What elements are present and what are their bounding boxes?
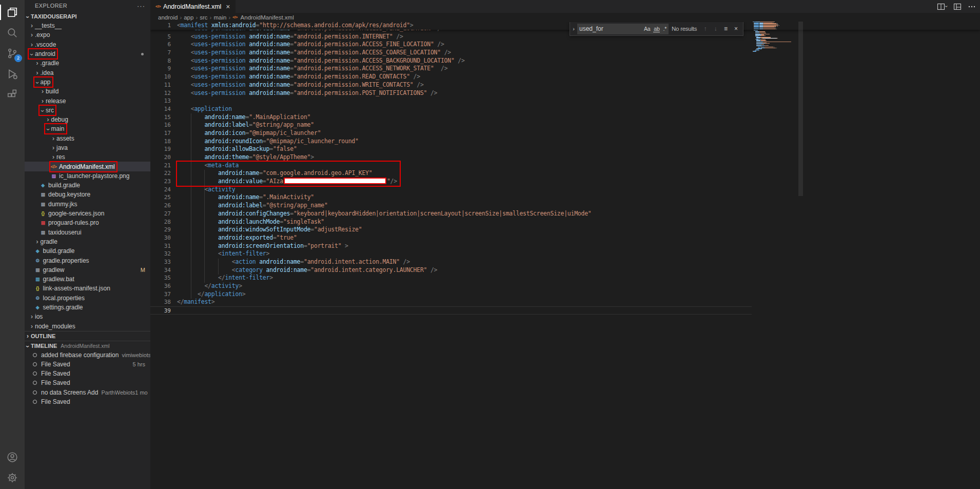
tree-folder-android[interactable]: ›android [25, 49, 150, 58]
timeline-item[interactable]: File Saved5 hrs [25, 360, 150, 369]
tree-folder-build[interactable]: ›build [25, 87, 150, 96]
code-line-37[interactable]: 37 </application> [150, 290, 752, 299]
tree-file-dummy.jks[interactable]: ▤dummy.jks [25, 200, 150, 209]
tree-file-local.properties[interactable]: ⚙local.properties [25, 294, 150, 303]
code-line-28[interactable]: 28 android:launchMode="singleTask" [150, 218, 752, 226]
code-line-27[interactable]: 27 android:configChanges="keyboard|keybo… [150, 210, 752, 218]
code-line-38[interactable]: 38</manifest> [150, 298, 752, 306]
customize-layout-icon[interactable] [953, 3, 962, 11]
code-line-26[interactable]: 26 android:label="@string/app_name" [150, 202, 752, 210]
tree-file-settings.gradle[interactable]: ◆settings.gradle [25, 303, 150, 312]
find-close-button[interactable]: × [731, 25, 741, 32]
code-line-24[interactable]: 24 <activity [150, 186, 752, 194]
code-line-34[interactable]: 34 <category android:name="android.inten… [150, 266, 752, 275]
tree-file-link-assets-manifest.json[interactable]: {}link-assets-manifest.json [25, 284, 150, 293]
code-line-13[interactable]: 13 [150, 97, 752, 105]
find-in-selection-button[interactable]: ≡ [720, 25, 731, 32]
code-line-23[interactable]: 23 android:value="AIza"/> [150, 178, 752, 186]
code-line-25[interactable]: 25 android:name=".MainActivity" [150, 193, 752, 202]
regex-toggle[interactable]: .* [662, 26, 667, 32]
tree-folder-.gradle[interactable]: ›.gradle [25, 58, 150, 68]
code-line-6[interactable]: 6 <uses-permission android:name="android… [150, 41, 752, 49]
tree-folder-node_modules[interactable]: ›node_modules [25, 322, 150, 331]
tree-folder-debug[interactable]: ›debug [25, 115, 150, 124]
find-expand-toggle-icon[interactable]: › [570, 26, 577, 32]
split-editor-icon[interactable]: › [937, 3, 947, 11]
breadcrumb-item-android[interactable]: android [158, 14, 178, 21]
code-line-17[interactable]: 17 android:icon="@mipmap/ic_launcher" [150, 129, 752, 138]
breadcrumb-item-AndroidManifest.xml[interactable]: AndroidManifest.xml [241, 14, 294, 21]
tree-file-gradle.properties[interactable]: ⚙gradle.properties [25, 256, 150, 265]
tree-folder-assets[interactable]: ›assets [25, 134, 150, 143]
timeline-item[interactable]: no data Screens AddParthWebiots1 mo [25, 388, 150, 397]
tree-file-gradlew[interactable]: ▤gradlewM [25, 265, 150, 275]
search-icon[interactable] [0, 23, 25, 43]
tree-folder-.expo[interactable]: ›.expo [25, 30, 150, 40]
explorer-more-actions-icon[interactable]: ··· [137, 2, 145, 10]
tree-file-build.gradle[interactable]: ◆build.gradle [25, 246, 150, 256]
tree-folder-ios[interactable]: ›ios [25, 312, 150, 321]
code-line-8[interactable]: 8 <uses-permission android:name="android… [150, 57, 752, 65]
explorer-icon[interactable] [0, 2, 25, 23]
code-line-39[interactable]: 39 [150, 306, 752, 315]
code-line-18[interactable]: 18 android:roundIcon="@mipmap/ic_launche… [150, 138, 752, 146]
tree-file-proguard-rules.pro[interactable]: ▤proguard-rules.pro [25, 218, 150, 227]
minimap[interactable] [753, 22, 798, 53]
code-line-7[interactable]: 7 <uses-permission android:name="android… [150, 49, 752, 57]
tree-file-gradlew.bat[interactable]: ▥gradlew.bat [25, 275, 150, 284]
code-line-35[interactable]: 35 </intent-filter> [150, 274, 752, 282]
tree-file-ic_launcher-playstore.png[interactable]: ▨ic_launcher-playstore.png [25, 171, 150, 181]
tree-folder-release[interactable]: ›release [25, 96, 150, 105]
code-line-20[interactable]: 20 android:theme="@style/AppTheme"> [150, 153, 752, 162]
code-editor[interactable]: 1<manifest xmlns:android="http://schemas… [150, 22, 980, 489]
find-previous-button[interactable]: ↑ [700, 25, 710, 32]
tree-folder-.idea[interactable]: ›.idea [25, 68, 150, 77]
code-line-30[interactable]: 30 android:exported="true" [150, 234, 752, 242]
code-lines[interactable]: 5 <uses-permission android:name="android… [150, 33, 980, 315]
more-actions-icon[interactable] [968, 3, 976, 11]
code-line-15[interactable]: 15 android:name=".MainApplication" [150, 113, 752, 122]
code-line-21[interactable]: 21 <meta-data [150, 162, 752, 170]
accounts-icon[interactable] [0, 447, 25, 467]
tree-file-debug.keystore[interactable]: ▤debug.keystore [25, 190, 150, 199]
code-line-9[interactable]: 9 <uses-permission android:name="android… [150, 65, 752, 73]
tree-folder-.vscode[interactable]: ›.vscode [25, 40, 150, 49]
code-line-29[interactable]: 29 android:windowSoftInputMode="adjustRe… [150, 226, 752, 234]
code-line-31[interactable]: 31 android:screenOrientation="portrait" … [150, 242, 752, 250]
section-header-workspace[interactable]: › TAXIDOUSERAPI [25, 11, 150, 21]
run-debug-icon[interactable] [0, 64, 25, 84]
code-line-19[interactable]: 19 android:allowBackup="false" [150, 145, 752, 153]
timeline-item[interactable]: File Saved [25, 378, 150, 387]
breadcrumb-item-src[interactable]: src [200, 14, 207, 21]
section-header-timeline[interactable]: › TIMELINE AndroidManifest.xml [25, 341, 150, 350]
whole-word-toggle[interactable]: ab [653, 26, 660, 32]
code-line-10[interactable]: 10 <uses-permission android:name="androi… [150, 73, 752, 81]
timeline-item[interactable]: File Saved [25, 369, 150, 378]
tree-file-build.gradle[interactable]: ◆build.gradle [25, 181, 150, 190]
section-header-outline[interactable]: › OUTLINE [25, 331, 150, 341]
extensions-icon[interactable] [0, 84, 25, 105]
settings-gear-icon[interactable] [0, 467, 25, 488]
tree-file-google-services.json[interactable]: {}google-services.json [25, 209, 150, 218]
find-next-button[interactable]: ↓ [710, 25, 720, 32]
tree-folder-app[interactable]: ›app [25, 77, 150, 87]
code-line-32[interactable]: 32 <intent-filter> [150, 250, 752, 258]
tree-file-taxidouserui[interactable]: ▤taxidouserui [25, 228, 150, 237]
timeline-item[interactable]: File Saved [25, 397, 150, 406]
tree-folder-src[interactable]: ›src [25, 106, 150, 115]
tab-close-icon[interactable]: × [226, 3, 230, 11]
tree-folder-main[interactable]: ›main [25, 124, 150, 133]
source-control-icon[interactable]: 2 [0, 43, 25, 64]
code-line-16[interactable]: 16 android:label="@string/app_name" [150, 121, 752, 129]
code-line-22[interactable]: 22 android:name="com.google.android.geo.… [150, 169, 752, 178]
find-input[interactable] [577, 25, 633, 32]
match-case-toggle[interactable]: Aa [643, 26, 651, 32]
tree-folder-java[interactable]: ›java [25, 143, 150, 152]
code-line-14[interactable]: 14 <application [150, 105, 752, 113]
code-line-36[interactable]: 36 </activity> [150, 282, 752, 290]
code-line-12[interactable]: 12 <uses-permission android:name="androi… [150, 89, 752, 97]
tree-folder-__tests__[interactable]: ›__tests__ [25, 21, 150, 30]
code-line-11[interactable]: 11 <uses-permission android:name="androi… [150, 81, 752, 89]
code-line-33[interactable]: 33 <action android:name="android.intent.… [150, 258, 752, 266]
tab-androidmanifest[interactable]: </> AndroidManifest.xml × [150, 0, 236, 13]
